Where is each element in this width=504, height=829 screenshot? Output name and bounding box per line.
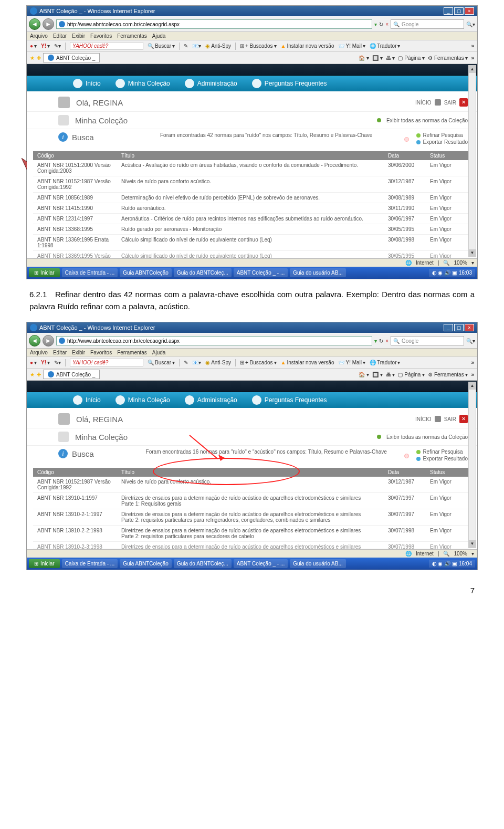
- home-button[interactable]: 🏠 ▾: [359, 55, 369, 61]
- toolbar-icon[interactable]: ●▾: [30, 360, 37, 365]
- favorites-star-icon[interactable]: ★: [30, 372, 35, 377]
- start-button[interactable]: ⊞ Iniciar: [29, 559, 60, 568]
- menu-favoritos[interactable]: Favoritos: [90, 350, 112, 355]
- zoom-level[interactable]: 100%: [454, 260, 467, 266]
- nav-faq[interactable]: Perguntas Frequentes: [252, 395, 327, 405]
- table-row[interactable]: ABNT NBR 11415:1990Ruído aeronáutico.30/…: [33, 203, 471, 214]
- nav-minha-colecao[interactable]: Minha Coleção: [116, 395, 170, 405]
- browser-search-box[interactable]: 🔍Google: [391, 19, 464, 29]
- favorites-star-icon[interactable]: ★: [30, 55, 35, 61]
- menu-ferramentas[interactable]: Ferramentas: [117, 33, 147, 39]
- page-menu[interactable]: ▢ Página ▾: [398, 372, 425, 377]
- pencil2-icon[interactable]: ✎: [184, 360, 188, 365]
- taskbar-item[interactable]: ABNT Coleção _ - ...: [234, 559, 288, 568]
- back-button[interactable]: ◄: [29, 335, 40, 347]
- logout-icon[interactable]: ✕: [459, 415, 468, 423]
- buscados-button[interactable]: ⊞ + Buscados ▾: [240, 43, 277, 49]
- feeds-button[interactable]: 🔲 ▾: [372, 55, 383, 61]
- minimize-button[interactable]: _: [444, 324, 453, 331]
- close-button[interactable]: ×: [465, 7, 474, 15]
- forward-button[interactable]: ►: [43, 18, 54, 30]
- address-bar[interactable]: [56, 336, 372, 345]
- ymail-button[interactable]: 📨 Y! Mail ▾: [338, 360, 365, 365]
- toolbar-icon[interactable]: ●▾: [30, 43, 37, 49]
- search-go-button[interactable]: 🔍▾: [466, 22, 475, 27]
- buscar-button[interactable]: 🔍 Buscar ▾: [148, 43, 175, 49]
- menu-editar[interactable]: Editar: [53, 350, 67, 355]
- zoom-level[interactable]: 100%: [454, 551, 467, 557]
- exportar-link[interactable]: Exportar Resultado: [423, 456, 468, 461]
- tools-menu[interactable]: ⚙ Ferramentas ▾: [428, 372, 468, 377]
- home-button[interactable]: 🏠 ▾: [359, 372, 369, 377]
- yahoo-y-icon[interactable]: Y! ▾: [41, 43, 50, 49]
- scrollbar[interactable]: ▲ ▼: [468, 65, 476, 257]
- taskbar-item[interactable]: Guia do usuário AB...: [290, 559, 346, 568]
- table-row[interactable]: ABNT NBR 10856:1989Determinação do nível…: [33, 193, 471, 203]
- menu-exibir[interactable]: Exibir: [72, 350, 85, 355]
- taskbar-item[interactable]: Caixa de Entrada - ...: [62, 559, 118, 568]
- pencil-icon[interactable]: ✎▾: [54, 360, 61, 365]
- ymail-button[interactable]: 📨 Y! Mail ▾: [338, 43, 365, 49]
- nav-inicio[interactable]: Início: [73, 395, 101, 405]
- antispy-button[interactable]: ◉ Anti-Spy: [205, 360, 231, 365]
- go-button[interactable]: ▾: [374, 22, 377, 27]
- table-row[interactable]: ABNT NBR 13910-2-1:1997Diretrizes de ens…: [33, 509, 471, 526]
- nav-faq[interactable]: Perguntas Frequentes: [252, 79, 327, 88]
- menu-ajuda[interactable]: Ajuda: [152, 350, 166, 355]
- stop-button[interactable]: ×: [385, 338, 388, 344]
- table-row[interactable]: ABNT NBR 13368:1995Ruído gerado por aero…: [33, 224, 471, 235]
- table-row[interactable]: ABNT NBR 13910-1:1997Diretrizes de ensai…: [33, 493, 471, 509]
- add-favorite-icon[interactable]: ✚: [37, 372, 41, 377]
- yahoo-y-icon[interactable]: Y! ▾: [41, 360, 50, 365]
- menu-editar[interactable]: Editar: [53, 33, 67, 39]
- overflow-chevron[interactable]: »: [471, 55, 474, 61]
- yahoo-search-input[interactable]: YAHOO! cadê?: [70, 359, 143, 366]
- nav-administracao[interactable]: Administração: [185, 395, 237, 405]
- link-inicio[interactable]: INÍCIO: [415, 100, 432, 106]
- nav-minha-colecao[interactable]: Minha Coleção: [116, 79, 170, 88]
- taskbar-item[interactable]: Guia do ABNTColeç...: [174, 559, 232, 568]
- mail-icon[interactable]: 📧▾: [192, 360, 201, 365]
- instalar-button[interactable]: ▲ Instalar nova versão: [281, 43, 334, 49]
- nav-inicio[interactable]: Início: [73, 79, 101, 88]
- print-button[interactable]: 🖶 ▾: [386, 372, 395, 377]
- print-button[interactable]: 🖶 ▾: [386, 55, 395, 61]
- refinar-link[interactable]: Refinar Pesquisa: [423, 449, 463, 455]
- go-button[interactable]: ▾: [374, 338, 377, 344]
- yahoo-search-input[interactable]: YAHOO! cadê?: [70, 42, 143, 50]
- menu-arquivo[interactable]: Arquivo: [30, 350, 48, 355]
- taskbar-item[interactable]: ABNT Coleção _ - ...: [234, 268, 288, 277]
- browser-tab[interactable]: ABNT Coleção _: [43, 53, 100, 62]
- pencil-icon[interactable]: ✎▾: [54, 43, 61, 49]
- refinar-link[interactable]: Refinar Pesquisa: [423, 132, 463, 138]
- toolbar-overflow[interactable]: »: [471, 43, 474, 49]
- table-row[interactable]: ABNT NBR 10152:1987 Versão Corrigida:199…: [33, 477, 471, 493]
- table-row[interactable]: ABNT NBR 10151:2000 Versão Corrigida:200…: [33, 160, 471, 176]
- instalar-button[interactable]: ▲ Instalar nova versão: [281, 360, 334, 365]
- page-menu[interactable]: ▢ Página ▾: [398, 55, 425, 61]
- antispy-button[interactable]: ◉ Anti-Spy: [205, 43, 231, 49]
- add-favorite-icon[interactable]: ✚: [37, 55, 41, 61]
- browser-tab[interactable]: ABNT Coleção _: [43, 370, 100, 379]
- taskbar-item[interactable]: Guia do ABNTColeç...: [174, 268, 232, 277]
- table-row[interactable]: ABNT NBR 13369:1995 Errata 1:1998Cálculo…: [33, 235, 471, 251]
- maximize-button[interactable]: ▢: [454, 324, 464, 331]
- menu-ajuda[interactable]: Ajuda: [152, 33, 166, 39]
- overflow-chevron[interactable]: »: [471, 372, 474, 377]
- browser-search-box[interactable]: 🔍Google: [391, 336, 464, 345]
- url-input[interactable]: [67, 338, 370, 344]
- pencil2-icon[interactable]: ✎: [184, 43, 188, 49]
- taskbar-item[interactable]: Caixa de Entrada - ...: [62, 268, 118, 277]
- taskbar-item[interactable]: Guia ABNTColeção: [120, 559, 172, 568]
- table-row[interactable]: ABNT NBR 13910-2-2:1998Diretrizes de ens…: [33, 526, 471, 542]
- search-go-button[interactable]: 🔍▾: [466, 338, 475, 344]
- table-row[interactable]: ABNT NBR 10152:1987 Versão Corrigida:199…: [33, 176, 471, 193]
- menu-arquivo[interactable]: Arquivo: [30, 33, 48, 39]
- back-button[interactable]: ◄: [29, 18, 40, 30]
- refresh-button[interactable]: ↻: [379, 338, 383, 344]
- nav-administracao[interactable]: Administração: [185, 79, 237, 88]
- close-button[interactable]: ×: [465, 324, 474, 331]
- tradutor-button[interactable]: 🌐 Tradutor ▾: [370, 43, 400, 49]
- exportar-link[interactable]: Exportar Resultado: [423, 139, 468, 145]
- address-bar[interactable]: [56, 19, 372, 29]
